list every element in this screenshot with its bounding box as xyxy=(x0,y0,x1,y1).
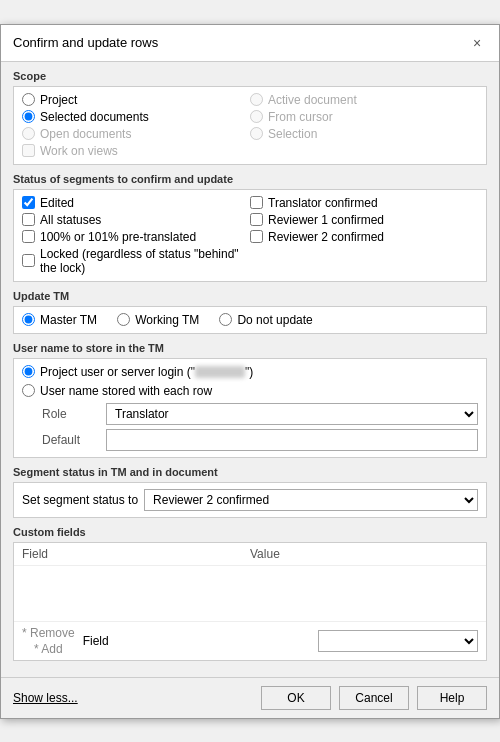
status-label: Status of segments to confirm and update xyxy=(13,173,487,185)
set-to-label: Set segment status to xyxy=(22,493,138,507)
status-all-label: All statuses xyxy=(40,213,101,227)
bottom-bar: Show less... OK Cancel Help xyxy=(1,677,499,718)
update-tm-master-item[interactable]: Master TM xyxy=(22,313,97,327)
status-locked-checkbox[interactable] xyxy=(22,254,35,267)
segment-status-label: Segment status in TM and in document xyxy=(13,466,487,478)
status-right-col: Translator confirmed Reviewer 1 confirme… xyxy=(250,196,478,275)
close-button[interactable]: × xyxy=(467,33,487,53)
button-group: OK Cancel Help xyxy=(261,686,487,710)
title-bar: Confirm and update rows × xyxy=(1,25,499,62)
update-tm-row: Master TM Working TM Do not update xyxy=(22,313,478,327)
scope-active-label: Active document xyxy=(268,93,357,107)
status-reviewer2-item[interactable]: Reviewer 2 confirmed xyxy=(250,230,478,244)
status-translator-item[interactable]: Translator confirmed xyxy=(250,196,478,210)
username-project-radio[interactable] xyxy=(22,365,35,378)
status-pretranslated-item[interactable]: 100% or 101% pre-translated xyxy=(22,230,250,244)
status-reviewer1-item[interactable]: Reviewer 1 confirmed xyxy=(250,213,478,227)
show-less-button[interactable]: Show less... xyxy=(13,691,78,705)
update-tm-none-radio[interactable] xyxy=(219,313,232,326)
username-section: User name to store in the TM Project use… xyxy=(13,342,487,458)
scope-label: Scope xyxy=(13,70,487,82)
status-grid: Edited All statuses 100% or 101% pre-tra… xyxy=(22,196,478,275)
status-translator-label: Translator confirmed xyxy=(268,196,378,210)
status-locked-item[interactable]: Locked (regardless of status "behind" th… xyxy=(22,247,250,275)
cancel-button[interactable]: Cancel xyxy=(339,686,409,710)
status-all-checkbox[interactable] xyxy=(22,213,35,226)
scope-section: Scope Project Selected documents xyxy=(13,70,487,165)
username-stored-item[interactable]: User name stored with each row xyxy=(22,384,478,398)
status-reviewer2-checkbox[interactable] xyxy=(250,230,263,243)
update-tm-inner: Master TM Working TM Do not update xyxy=(13,306,487,334)
default-label: Default xyxy=(42,433,102,447)
status-reviewer1-checkbox[interactable] xyxy=(250,213,263,226)
status-pre-label: 100% or 101% pre-translated xyxy=(40,230,196,244)
segment-status-select[interactable]: Translator confirmed Reviewer 1 confirme… xyxy=(144,489,478,511)
custom-fields-section: Custom fields Field Value * Remove * Add… xyxy=(13,526,487,661)
scope-left-col: Project Selected documents Open document… xyxy=(22,93,250,158)
scope-selection-radio xyxy=(250,127,263,140)
custom-fields-label: Custom fields xyxy=(13,526,487,538)
scope-work-label: Work on views xyxy=(40,144,118,158)
role-select[interactable]: Translator Reviewer 1 Reviewer 2 xyxy=(106,403,478,425)
scope-selected-radio[interactable] xyxy=(22,110,35,123)
status-section: Status of segments to confirm and update… xyxy=(13,173,487,282)
role-default-grid: Role Translator Reviewer 1 Reviewer 2 De… xyxy=(42,403,478,451)
username-stored-radio[interactable] xyxy=(22,384,35,397)
status-locked-label: Locked (regardless of status "behind" th… xyxy=(40,247,250,275)
dialog-content: Scope Project Selected documents xyxy=(1,62,499,677)
username-project-item[interactable]: Project user or server login ("") xyxy=(22,365,478,379)
scope-active-item: Active document xyxy=(250,93,478,107)
status-all-item[interactable]: All statuses xyxy=(22,213,250,227)
help-button[interactable]: Help xyxy=(417,686,487,710)
username-project-label: Project user or server login ("") xyxy=(40,365,253,379)
update-tm-working-radio[interactable] xyxy=(117,313,130,326)
field-col-header: Field xyxy=(22,547,250,561)
default-input[interactable] xyxy=(106,429,478,451)
role-label: Role xyxy=(42,407,102,421)
value-col-header: Value xyxy=(250,547,478,561)
scope-open-label: Open documents xyxy=(40,127,131,141)
status-reviewer2-label: Reviewer 2 confirmed xyxy=(268,230,384,244)
update-tm-working-item[interactable]: Working TM xyxy=(117,313,199,327)
update-tm-none-label: Do not update xyxy=(237,313,312,327)
scope-grid: Project Selected documents Open document… xyxy=(22,93,478,158)
scope-active-radio xyxy=(250,93,263,106)
scope-right-col: Active document From cursor Selection xyxy=(250,93,478,158)
status-edited-checkbox[interactable] xyxy=(22,196,35,209)
update-tm-none-item[interactable]: Do not update xyxy=(219,313,312,327)
scope-cursor-label: From cursor xyxy=(268,110,333,124)
status-inner: Edited All statuses 100% or 101% pre-tra… xyxy=(13,189,487,282)
scope-project-label: Project xyxy=(40,93,77,107)
status-pre-checkbox[interactable] xyxy=(22,230,35,243)
username-label: User name to store in the TM xyxy=(13,342,487,354)
scope-work-checkbox xyxy=(22,144,35,157)
status-edited-item[interactable]: Edited xyxy=(22,196,250,210)
update-tm-master-label: Master TM xyxy=(40,313,97,327)
status-translator-checkbox[interactable] xyxy=(250,196,263,209)
field-footer-label: Field xyxy=(83,634,310,648)
custom-fields-footer: * Remove * Add Field xyxy=(14,621,486,660)
update-tm-label: Update TM xyxy=(13,290,487,302)
add-button[interactable]: * Add xyxy=(22,642,75,656)
custom-fields-inner: Field Value * Remove * Add Field xyxy=(13,542,487,661)
scope-selection-label: Selection xyxy=(268,127,317,141)
remove-button[interactable]: * Remove xyxy=(22,626,75,640)
status-edited-label: Edited xyxy=(40,196,74,210)
update-tm-master-radio[interactable] xyxy=(22,313,35,326)
update-tm-working-label: Working TM xyxy=(135,313,199,327)
scope-inner: Project Selected documents Open document… xyxy=(13,86,487,165)
segment-status-grid: Set segment status to Translator confirm… xyxy=(22,489,478,511)
field-footer-select[interactable] xyxy=(318,630,478,652)
blurred-username xyxy=(195,366,245,378)
confirm-update-dialog: Confirm and update rows × Scope Project xyxy=(0,24,500,719)
scope-open-item: Open documents xyxy=(22,127,250,141)
custom-fields-body xyxy=(14,566,486,621)
scope-selected-item[interactable]: Selected documents xyxy=(22,110,250,124)
scope-project-radio[interactable] xyxy=(22,93,35,106)
scope-project-item[interactable]: Project xyxy=(22,93,250,107)
segment-status-inner: Set segment status to Translator confirm… xyxy=(13,482,487,518)
ok-button[interactable]: OK xyxy=(261,686,331,710)
username-stored-label: User name stored with each row xyxy=(40,384,212,398)
remove-add-col: * Remove * Add xyxy=(22,626,75,656)
username-inner: Project user or server login ("") User n… xyxy=(13,358,487,458)
